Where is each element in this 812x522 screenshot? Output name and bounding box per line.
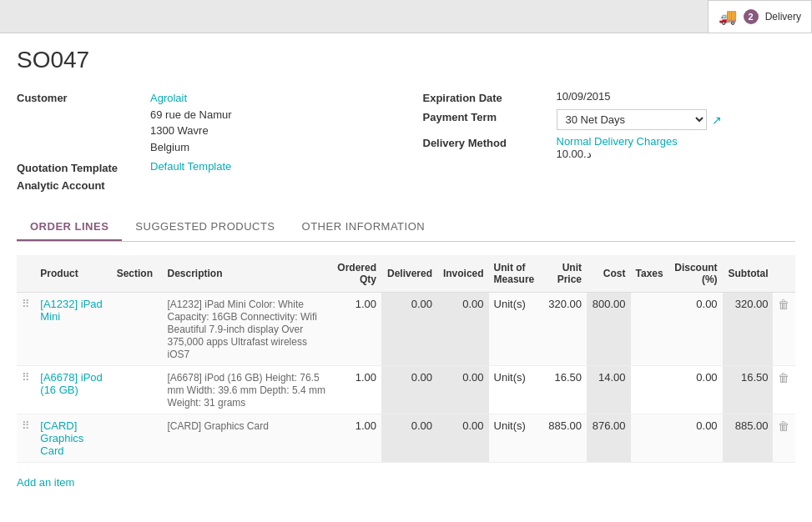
- col-unitprice-header: Unit Price: [540, 255, 587, 293]
- top-bar: 🚚 2 Delivery: [0, 0, 812, 33]
- unit-price-cell[interactable]: 320.00: [540, 293, 587, 366]
- col-section-header: Section: [112, 255, 163, 293]
- payment-term-dropdown[interactable]: 30 Net Days: [557, 109, 707, 130]
- section-cell: [112, 414, 163, 463]
- taxes-cell[interactable]: [631, 293, 669, 366]
- uom-cell[interactable]: Unit(s): [489, 293, 541, 366]
- analytic-account-label: Analytic Account: [17, 179, 105, 192]
- ordered-qty-cell[interactable]: 1.00: [331, 293, 381, 366]
- customer-address2: 1300 Wavre: [150, 123, 232, 139]
- subtotal-cell: 320.00: [723, 293, 774, 366]
- col-subtotal-header: Subtotal: [723, 255, 774, 293]
- unit-price-cell[interactable]: 16.50: [540, 366, 587, 414]
- drag-handle[interactable]: ⠿: [17, 414, 35, 463]
- delivered-cell: 0.00: [381, 293, 437, 366]
- table-row: ⠿ [A1232] iPad Mini [A1232] iPad Mini Co…: [17, 293, 795, 366]
- form-left: Customer Agrolait 69 rue de Namur 1300 W…: [17, 90, 390, 197]
- payment-term-select: 30 Net Days ↗: [557, 109, 722, 130]
- truck-icon: 🚚: [719, 8, 737, 26]
- page-title: SO047: [17, 47, 795, 73]
- delete-action[interactable]: 🗑: [773, 414, 795, 463]
- payment-term-label: Payment Term: [423, 109, 557, 123]
- delivered-cell: 0.00: [381, 366, 437, 414]
- discount-cell[interactable]: 0.00: [668, 414, 722, 463]
- form-section: Customer Agrolait 69 rue de Namur 1300 W…: [17, 90, 795, 197]
- drag-handle[interactable]: ⠿: [17, 366, 35, 414]
- product-cell[interactable]: [A1232] iPad Mini: [35, 293, 111, 366]
- invoiced-cell: 0.00: [437, 414, 489, 463]
- description-cell: [A1232] iPad Mini Color: White Capacity:…: [163, 293, 332, 366]
- customer-row: Customer Agrolait 69 rue de Namur 1300 W…: [17, 90, 390, 155]
- cost-cell: 14.00: [587, 366, 631, 414]
- delivery-label: Delivery: [765, 11, 801, 23]
- delivery-method-label: Delivery Method: [423, 135, 557, 149]
- col-description-header: Description: [163, 255, 332, 293]
- tab-other-information[interactable]: OTHER INFORMATION: [289, 213, 439, 241]
- cost-cell: 876.00: [587, 414, 631, 463]
- customer-name[interactable]: Agrolait: [150, 90, 232, 107]
- expiration-date-label: Expiration Date: [423, 90, 557, 104]
- subtotal-cell: 885.00: [723, 414, 774, 463]
- ordered-qty-cell[interactable]: 1.00: [331, 414, 381, 463]
- table-row: ⠿ [CARD] Graphics Card [CARD] Graphics C…: [17, 414, 795, 463]
- order-lines-table: Product Section Description Ordered Qty …: [17, 255, 795, 463]
- invoiced-cell: 0.00: [437, 366, 489, 414]
- col-orderedqty-header: Ordered Qty: [331, 255, 381, 293]
- col-cost-header: Cost: [587, 255, 631, 293]
- product-cell[interactable]: [CARD] Graphics Card: [35, 414, 111, 463]
- add-item-link[interactable]: Add an item: [17, 476, 74, 489]
- expiration-date-value[interactable]: 10/09/2015: [557, 90, 611, 103]
- delivery-count: 2: [744, 9, 759, 24]
- col-discount-header: Discount (%): [668, 255, 722, 293]
- customer-address3: Belgium: [150, 139, 232, 156]
- discount-cell[interactable]: 0.00: [668, 366, 722, 414]
- delete-action[interactable]: 🗑: [773, 293, 795, 366]
- discount-cell[interactable]: 0.00: [668, 293, 722, 366]
- description-cell: [A6678] iPod (16 GB) Height: 76.5 mm Wid…: [163, 366, 332, 414]
- delete-action[interactable]: 🗑: [773, 366, 795, 414]
- col-drag-header: [17, 255, 35, 293]
- ordered-qty-cell[interactable]: 1.00: [331, 366, 381, 414]
- col-uom-header: Unit of Measure: [489, 255, 541, 293]
- delivery-cost: 10.00.د: [557, 148, 678, 160]
- invoiced-cell: 0.00: [437, 293, 489, 366]
- uom-cell[interactable]: Unit(s): [489, 366, 541, 414]
- quotation-template-label: Quotation Template: [17, 160, 150, 174]
- tab-order-lines[interactable]: ORDER LINES: [17, 213, 122, 241]
- taxes-cell[interactable]: [631, 366, 669, 414]
- quotation-template-value[interactable]: Default Template: [150, 160, 231, 173]
- col-taxes-header: Taxes: [631, 255, 669, 293]
- drag-handle[interactable]: ⠿: [17, 293, 35, 366]
- product-cell[interactable]: [A6678] iPod (16 GB): [35, 366, 111, 414]
- section-cell: [112, 366, 163, 414]
- table-row: ⠿ [A6678] iPod (16 GB) [A6678] iPod (16 …: [17, 366, 795, 414]
- delete-icon[interactable]: 🗑: [778, 419, 789, 433]
- delete-icon[interactable]: 🗑: [778, 371, 789, 384]
- form-right: Expiration Date 10/09/2015 Payment Term …: [423, 90, 796, 197]
- delivery-button[interactable]: 🚚 2 Delivery: [708, 0, 812, 33]
- description-cell: [CARD] Graphics Card: [163, 414, 332, 463]
- payment-term-row: Payment Term 30 Net Days ↗: [423, 109, 796, 130]
- cost-cell: 800.00: [587, 293, 631, 366]
- customer-label: Customer: [17, 90, 150, 104]
- tab-suggested-products[interactable]: SUGGESTED PRODUCTS: [122, 213, 288, 241]
- col-invoiced-header: Invoiced: [437, 255, 489, 293]
- customer-value: Agrolait 69 rue de Namur 1300 Wavre Belg…: [150, 90, 232, 155]
- delivery-method-value[interactable]: Normal Delivery Charges: [557, 135, 678, 148]
- col-product-header: Product: [35, 255, 111, 293]
- delivery-method-value-wrapper: Normal Delivery Charges 10.00.د: [557, 135, 678, 160]
- col-action-header: [773, 255, 795, 293]
- delivered-cell: 0.00: [381, 414, 437, 463]
- main-content: SO047 Customer Agrolait 69 rue de Namur …: [0, 33, 812, 502]
- uom-cell[interactable]: Unit(s): [489, 414, 541, 463]
- customer-address1: 69 rue de Namur: [150, 107, 232, 123]
- unit-price-cell[interactable]: 885.00: [540, 414, 587, 463]
- table-header-row: Product Section Description Ordered Qty …: [17, 255, 795, 293]
- section-cell: [112, 293, 163, 366]
- delete-icon[interactable]: 🗑: [778, 298, 789, 311]
- external-link-icon[interactable]: ↗: [712, 113, 722, 127]
- quotation-template-row: Quotation Template Default Template: [17, 160, 390, 174]
- delivery-method-row: Delivery Method Normal Delivery Charges …: [423, 135, 796, 160]
- analytic-account-row: Analytic Account: [17, 179, 390, 192]
- taxes-cell[interactable]: [631, 414, 669, 463]
